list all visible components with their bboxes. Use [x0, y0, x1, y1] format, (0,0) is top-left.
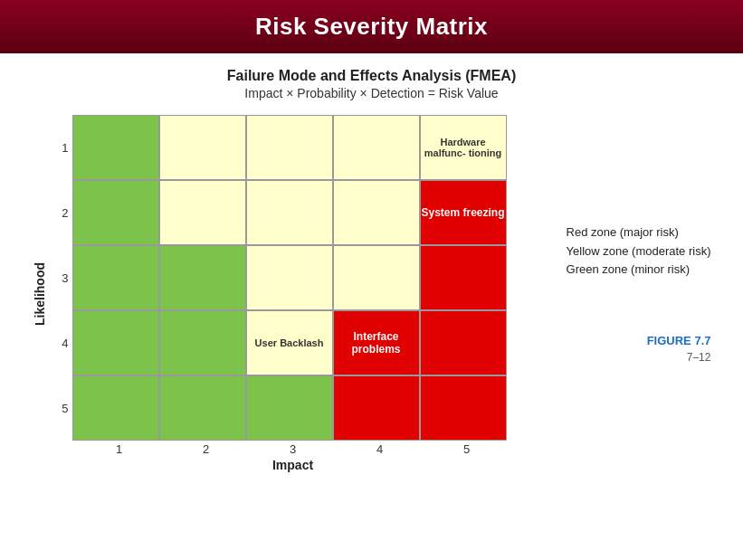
- page-number: 7–12: [539, 351, 711, 364]
- cell-4-2: [159, 310, 246, 375]
- matrix-row-1: 1 Hardware malfunc- tioning: [51, 115, 510, 180]
- cell-label-system-freezing: System freezing: [422, 206, 505, 219]
- cell-label-hardware: Hardware malfunc- tioning: [421, 137, 506, 158]
- col-label-4: 4: [337, 442, 424, 456]
- subtitle-line2: Impact × Probability × Detection = Risk …: [227, 86, 516, 100]
- legend-red: Red zone (major risk): [567, 223, 711, 242]
- cell-2-1: [72, 180, 159, 245]
- cell-2-5: System freezing: [420, 180, 507, 245]
- cell-3-3: [246, 245, 333, 310]
- header-bar: Risk Severity Matrix: [0, 0, 743, 53]
- matrix-row-2: 2 System freezing: [51, 180, 510, 245]
- col-labels: 1 2 3 4 5: [76, 442, 510, 456]
- figure-label: FIGURE 7.7: [539, 334, 711, 347]
- cell-3-2: [159, 245, 246, 310]
- cell-2-3: [246, 180, 333, 245]
- cell-3-5: [420, 245, 507, 310]
- col-label-5: 5: [424, 442, 510, 456]
- matrix-row-4: 4 User Backlash Interface problems: [51, 310, 510, 375]
- row-label-4: 4: [51, 337, 72, 350]
- cell-5-4: [333, 375, 420, 441]
- legend-yellow: Yellow zone (moderate risk): [567, 242, 711, 261]
- main-content: Likelihood 5 4: [0, 115, 743, 472]
- cell-2-2: [159, 180, 246, 245]
- cell-label-interface-problems: Interface problems: [334, 330, 419, 356]
- cell-1-4: [333, 115, 420, 180]
- row-label-1: 1: [51, 141, 72, 155]
- cell-1-2: [159, 115, 246, 180]
- row-label-2: 2: [51, 206, 72, 220]
- cell-5-5: [420, 375, 507, 441]
- cell-1-1: [72, 115, 159, 180]
- cell-3-1: [72, 245, 159, 310]
- matrix-row-5: 5: [51, 375, 510, 441]
- row-label-3: 3: [51, 271, 72, 285]
- col-label-1: 1: [76, 442, 163, 456]
- col-label-2: 2: [163, 442, 250, 456]
- cell-label-user-backlash: User Backlash: [255, 337, 324, 348]
- cell-4-5: [420, 310, 507, 375]
- y-axis-label: Likelihood: [33, 158, 47, 430]
- page: Risk Severity Matrix Failure Mode and Ef…: [0, 0, 743, 560]
- row-label-5: 5: [51, 402, 72, 415]
- legend-green: Green zone (minor risk): [567, 261, 711, 280]
- cell-1-3: [246, 115, 333, 180]
- x-axis-label: Impact: [76, 458, 510, 472]
- legend: Red zone (major risk) Yellow zone (moder…: [567, 223, 711, 280]
- matrix-wrapper: Likelihood 5 4: [33, 115, 510, 472]
- page-title: Risk Severity Matrix: [18, 13, 725, 41]
- subtitle-line1: Failure Mode and Effects Analysis (FMEA): [227, 68, 516, 84]
- cell-4-3: User Backlash: [246, 310, 333, 375]
- matrix-container: 5 4 User Backlash: [51, 115, 510, 472]
- subtitle-area: Failure Mode and Effects Analysis (FMEA)…: [227, 68, 516, 100]
- cell-1-5: Hardware malfunc- tioning: [420, 115, 507, 180]
- cell-4-1: [72, 310, 159, 375]
- cell-4-4: Interface problems: [333, 310, 420, 375]
- cell-5-2: [159, 375, 246, 441]
- matrix-row-3: 3: [51, 245, 510, 310]
- cell-2-4: [333, 180, 420, 245]
- matrix-rows: 5 4 User Backlash: [51, 115, 510, 441]
- col-label-3: 3: [250, 442, 337, 456]
- cell-5-3: [246, 375, 333, 441]
- cell-3-4: [333, 245, 420, 310]
- cell-5-1: [72, 375, 159, 441]
